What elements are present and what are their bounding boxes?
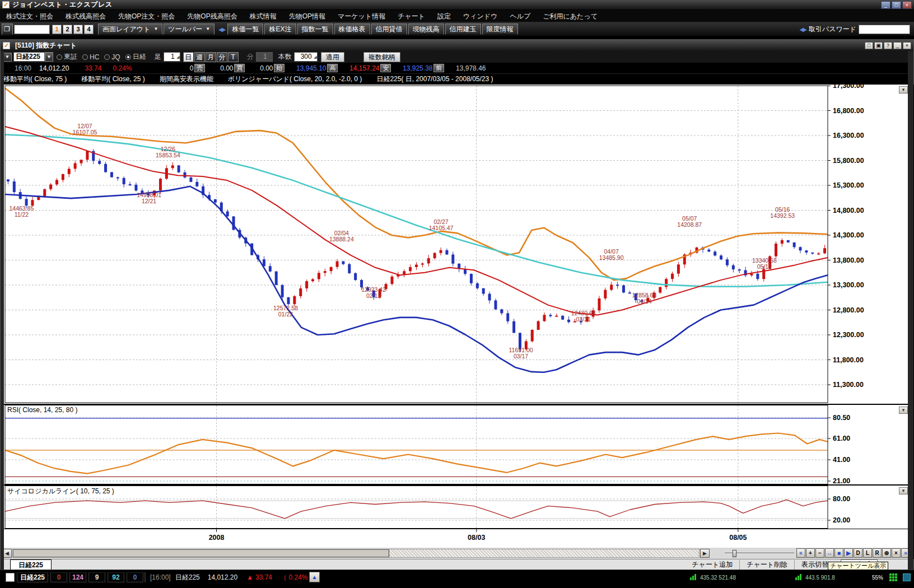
radio-dot-icon <box>57 54 62 60</box>
toolbar-grip-icon[interactable]: ◀▶ <box>799 26 805 32</box>
help-icon[interactable]: ? <box>884 42 892 49</box>
status-cell: 0 <box>50 572 67 582</box>
quick-button[interactable]: 信用貸借 <box>371 24 407 35</box>
radio-label: 日経 <box>133 52 146 62</box>
quick-button[interactable]: 指数一覧 <box>297 24 333 35</box>
quick-button[interactable]: 限度情報 <box>482 24 518 35</box>
layout-number-button[interactable]: 4 <box>84 25 94 34</box>
market-radio-東証[interactable]: 東証 <box>57 52 77 62</box>
screen-layout-button[interactable]: 画面レイアウト ▼ <box>98 24 162 35</box>
svg-text:13888.24: 13888.24 <box>329 236 354 242</box>
meter2-values: 443.5 901.8 <box>805 575 835 581</box>
zoom-slider[interactable] <box>725 553 794 554</box>
period-button-週[interactable]: 週 <box>194 52 205 62</box>
menu-item[interactable]: 株式情報 <box>244 10 283 22</box>
period-button-月[interactable]: 月 <box>206 52 216 62</box>
day-mode-button[interactable]: D <box>854 548 862 558</box>
chart-menu-dropdown[interactable]: ▼ <box>3 53 12 62</box>
workspace: ✓ [5110] 指数チャート □▣?_× ▼ 日経225 ▼ 東証HCJQ日経… <box>0 37 914 569</box>
quick-button[interactable]: 株価一覧 <box>227 24 263 35</box>
minimize-icon[interactable]: _ <box>893 42 902 49</box>
menu-item[interactable]: マーケット情報 <box>332 10 391 22</box>
main-price-chart[interactable]: 17,300.0016,800.0016,300.0015,800.0015,3… <box>1 85 914 404</box>
market-radio-JQ[interactable]: JQ <box>104 53 120 61</box>
menu-item[interactable]: 先物OP残高照会 <box>181 10 243 22</box>
quick-button[interactable]: 現物残高 <box>408 24 444 35</box>
bar-count-spinner[interactable]: 300 <box>294 52 318 62</box>
restore-icon[interactable]: □ <box>865 42 873 49</box>
layout-number-button[interactable]: 3 <box>73 25 83 34</box>
svg-text:03/17: 03/17 <box>514 353 528 360</box>
play-icon[interactable]: ▶ <box>844 548 853 558</box>
toolbar-menu-button[interactable]: ツールバー ▼ <box>164 24 214 35</box>
symbol-combo-arrow-icon[interactable]: ▼ <box>45 52 53 62</box>
zoom-slider-thumb[interactable] <box>733 550 736 557</box>
quote-info-row: 16:00 14,012.20 33.74 0.24% 0 売0.00買0.00… <box>1 63 913 74</box>
minute-spinner[interactable]: 1 <box>256 52 273 62</box>
jump-start-icon[interactable]: « <box>796 548 805 558</box>
status-checkbox[interactable] <box>6 573 15 582</box>
psychological-chart[interactable]: 80.0020.00 <box>1 486 914 529</box>
close-icon[interactable]: × <box>903 42 911 49</box>
quick-button[interactable]: 信用建玉 <box>445 24 481 35</box>
zoom-out-icon[interactable]: − <box>815 548 824 558</box>
zoom-in-icon[interactable]: + <box>806 548 815 558</box>
status-up-button[interactable]: ▲ <box>309 572 320 582</box>
fit-width-icon[interactable]: ↔ <box>825 548 834 558</box>
menu-item[interactable]: チャート <box>391 10 431 22</box>
layout-number-button[interactable]: 2 <box>63 25 72 34</box>
scrollbar-track[interactable] <box>12 549 700 558</box>
scrollbar-thumb[interactable] <box>13 549 389 557</box>
magnifier-icon[interactable]: ⊕ <box>882 548 891 558</box>
menu-item[interactable]: 株式残高照会 <box>59 10 112 22</box>
bottom-button-2[interactable]: チャート削除 <box>739 560 794 570</box>
network-meter-icon <box>690 574 696 580</box>
menu-item[interactable]: ヘルプ <box>503 10 537 22</box>
period-button-T[interactable]: T <box>228 52 239 62</box>
menu-item[interactable]: 設定 <box>431 10 457 22</box>
quick-button[interactable]: 株価格表 <box>334 24 370 35</box>
scroll-right-button[interactable]: ▶ <box>700 549 710 558</box>
reset-button[interactable]: R <box>873 548 882 558</box>
market-radio-HC[interactable]: HC <box>82 53 99 61</box>
svg-text:14,300.00: 14,300.00 <box>833 231 864 239</box>
minimize-button[interactable]: _ <box>881 1 890 9</box>
status-cell: 0 <box>127 572 143 582</box>
multi-symbol-button[interactable]: 複数銘柄 <box>363 52 400 62</box>
toolbar-grip-icon[interactable]: ◀▶ <box>218 26 225 32</box>
market-radio-日経[interactable]: 日経 <box>125 52 146 62</box>
line-mode-button[interactable]: L <box>863 548 872 558</box>
symbol-combo[interactable]: 日経225 <box>13 52 45 62</box>
chart-window-titlebar[interactable]: ✓ [5110] 指数チャート □▣?_× <box>1 40 913 51</box>
layout-name-input[interactable] <box>14 25 50 34</box>
rsi-label: RSI( Close, 14, 25, 80 ) <box>7 406 77 414</box>
chart-window-controls: □▣?_× <box>864 42 911 49</box>
apply-button[interactable]: 適用 <box>321 52 344 62</box>
close-button[interactable]: × <box>902 1 912 9</box>
menu-item[interactable]: ご利用にあたって <box>537 10 604 22</box>
layer-icon[interactable]: ▣ <box>874 42 883 49</box>
period-button-日[interactable]: 日 <box>183 52 194 62</box>
bar-interval-spinner[interactable]: 1 <box>164 52 180 62</box>
trade-password-input[interactable] <box>859 25 910 34</box>
layout-window-icon[interactable]: ❐ <box>2 24 13 35</box>
svg-text:16,300.00: 16,300.00 <box>833 132 864 139</box>
quick-button[interactable]: 株EX注 <box>264 24 296 35</box>
menu-item[interactable]: 株式注文・照会 <box>0 10 59 22</box>
close-chart-icon[interactable]: × <box>892 548 901 558</box>
menu-item[interactable]: 先物OP情報 <box>283 10 332 22</box>
main-panel-dropdown[interactable]: ▼ <box>899 86 908 94</box>
period-button-分[interactable]: 分 <box>217 52 227 62</box>
rsi-panel-dropdown[interactable]: ▼ <box>899 407 908 414</box>
stop-icon[interactable]: ■ <box>834 548 843 558</box>
rsi-chart[interactable]: 80.5061.0041.0021.00 <box>1 405 914 484</box>
menu-item[interactable]: 先物OP注文・照会 <box>112 10 181 22</box>
maximize-button[interactable]: □ <box>892 1 901 9</box>
chart-controls-row: ▼ 日経225 ▼ 東証HCJQ日経 足 1 日週月分T 分 1 本数 300 … <box>1 51 913 63</box>
psychological-panel-dropdown[interactable]: ▼ <box>899 487 908 494</box>
layout-number-button[interactable]: 1 <box>52 25 62 34</box>
application-window: ✓ ジョインベスト・エクスプレス _□× 株式注文・照会株式残高照会先物OP注文… <box>0 0 914 588</box>
tab-nikkei225[interactable]: 日経225 <box>10 559 52 570</box>
bottom-button-1[interactable]: チャート追加 <box>685 560 739 570</box>
menu-item[interactable]: ウィンドウ <box>457 10 503 22</box>
